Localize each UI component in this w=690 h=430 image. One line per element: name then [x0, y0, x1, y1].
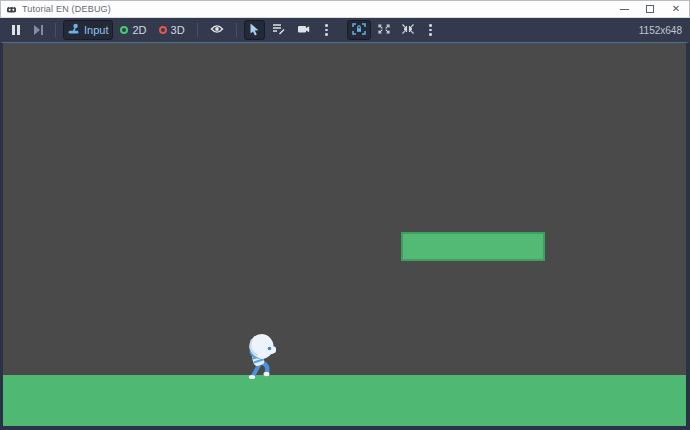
toolbar-separator: [236, 23, 237, 37]
player-character-sprite: [242, 333, 280, 380]
arrows-in-icon: [402, 23, 414, 37]
eye-icon: [210, 24, 224, 36]
input-mode-label: Input: [84, 24, 108, 36]
minimize-button[interactable]: [611, 1, 637, 17]
godot-logo-icon: [6, 4, 17, 15]
embed-game-button[interactable]: [347, 20, 371, 40]
vertical-dots-icon: [323, 24, 330, 36]
view-options-menu-button[interactable]: [421, 20, 441, 40]
cursor-arrow-icon: [249, 23, 260, 38]
titlebar[interactable]: Tutorial EN (DEBUG) ✕: [0, 0, 690, 18]
camera-icon: [297, 23, 310, 37]
input-mode-button[interactable]: Input: [63, 20, 113, 40]
window-title: Tutorial EN (DEBUG): [22, 4, 111, 14]
vertical-dots-icon: [427, 24, 434, 36]
expand-window-button[interactable]: [373, 20, 395, 40]
next-frame-icon: [34, 25, 43, 35]
select-options-menu-button[interactable]: [317, 20, 337, 40]
next-frame-button[interactable]: [28, 20, 48, 40]
ground-platform: [3, 375, 686, 426]
debug-toolbar: Input 2D 3D: [0, 18, 690, 42]
selection-list-button[interactable]: [267, 20, 290, 40]
toolbar-separator: [55, 23, 56, 37]
pause-icon: [12, 25, 20, 35]
floating-platform: [401, 232, 545, 261]
list-edit-icon: [272, 23, 285, 37]
maximize-button[interactable]: [637, 1, 663, 17]
close-button[interactable]: ✕: [663, 1, 689, 17]
selection-visibility-button[interactable]: [205, 20, 229, 40]
shrink-window-button[interactable]: [397, 20, 419, 40]
game-viewport[interactable]: [3, 43, 686, 426]
camera-override-button[interactable]: [292, 20, 315, 40]
2d-circle-icon: [120, 26, 128, 34]
game-frame: [0, 42, 690, 430]
resolution-label: 1152x648: [639, 25, 684, 36]
select-mode-button[interactable]: [244, 20, 265, 40]
focus-lock-icon: [352, 23, 366, 37]
maximize-icon: [646, 5, 654, 13]
mode-2d-label: 2D: [132, 24, 146, 36]
toolbar-separator: [197, 23, 198, 37]
minimize-icon: [620, 9, 629, 10]
mode-2d-button[interactable]: 2D: [115, 20, 151, 40]
mode-3d-label: 3D: [171, 24, 185, 36]
joystick-icon: [68, 23, 80, 37]
game-debug-window: Tutorial EN (DEBUG) ✕ Input: [0, 0, 690, 430]
arrows-out-icon: [378, 23, 390, 37]
3d-circle-icon: [159, 26, 167, 34]
mode-3d-button[interactable]: 3D: [154, 20, 190, 40]
pause-button[interactable]: [6, 20, 26, 40]
